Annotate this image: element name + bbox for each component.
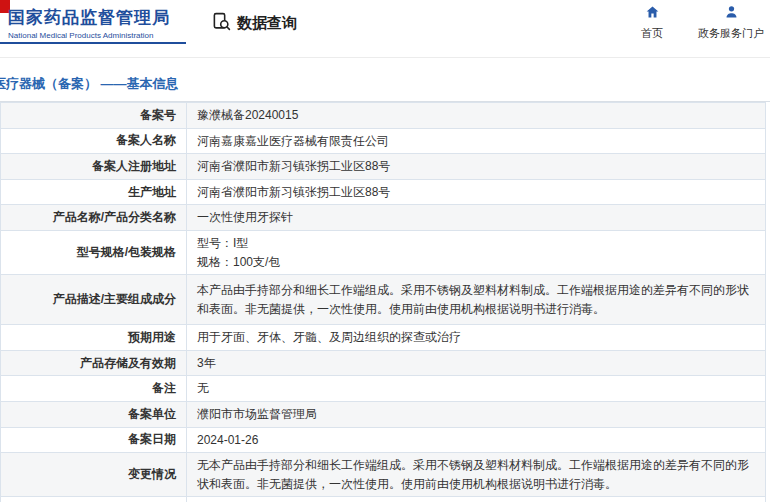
row-label: 型号规格/包装规格 xyxy=(1,230,187,274)
row-label: 产品存储及有效期 xyxy=(1,350,187,376)
table-row-filing-unit: 备案单位 濮阳市市场监督管理局 xyxy=(1,401,766,427)
row-value: 2024-01-26 xyxy=(187,427,766,453)
nav-data-query[interactable]: 数据查询 xyxy=(212,12,297,35)
table-row-intended-use: 预期用途 用于牙面、牙体、牙髓、及周边组织的探查或治疗 xyxy=(1,325,766,351)
row-label: 变更情况 xyxy=(1,453,187,497)
table-row-note: 注 详情 xyxy=(1,497,766,502)
document-search-icon xyxy=(212,12,231,35)
user-icon xyxy=(724,5,739,23)
info-table: 备案号 豫濮械备20240015 备案人名称 河南嘉康嘉业医疗器械有限责任公司 … xyxy=(0,102,766,502)
nav-portal-label: 政务服务门户 xyxy=(698,26,764,41)
row-label: 备案人注册地址 xyxy=(1,154,187,180)
row-value: 用于牙面、牙体、牙髓、及周边组织的探查或治疗 xyxy=(187,325,766,351)
row-value: 濮阳市市场监督管理局 xyxy=(187,401,766,427)
row-label: 备注 xyxy=(1,376,187,402)
row-label: 预期用途 xyxy=(1,325,187,351)
table-row-change-info: 变更情况 无本产品由手持部分和细长工作端组成。采用不锈钢及塑料材料制成。工作端根… xyxy=(1,453,766,497)
row-label: 产品描述/主要组成成分 xyxy=(1,275,187,325)
row-label: 注 xyxy=(1,497,187,502)
table-row-production-address: 生产地址 河南省濮阳市新习镇张拐工业区88号 xyxy=(1,179,766,205)
org-name-cn: 国家药品监督管理局 xyxy=(8,8,170,28)
nav-portal[interactable]: 政务服务门户 xyxy=(698,5,764,41)
page: 国家药品监督管理局 National Medical Products Admi… xyxy=(0,0,770,502)
table-row-model-spec: 型号规格/包装规格 型号：I型 规格：100支/包 xyxy=(1,230,766,274)
row-label: 备案单位 xyxy=(1,401,187,427)
row-label: 备案日期 xyxy=(1,427,187,453)
home-icon xyxy=(645,5,660,23)
row-value: 一次性使用牙探针 xyxy=(187,205,766,231)
nav-home-label: 首页 xyxy=(641,26,663,41)
row-label: 备案号 xyxy=(1,103,187,129)
table-row-remark: 备注 无 xyxy=(1,376,766,402)
row-value: 本产品由手持部分和细长工作端组成。采用不锈钢及塑料材料制成。工作端根据用途的差异… xyxy=(187,275,766,325)
header-right-nav: 首页 政务服务门户 xyxy=(632,5,764,41)
row-label: 备案人名称 xyxy=(1,128,187,154)
row-value: 河南省濮阳市新习镇张拐工业区88号 xyxy=(187,179,766,205)
nav-data-query-label: 数据查询 xyxy=(237,14,297,33)
page-title: 医疗器械（备案） ——基本信息 xyxy=(0,75,179,93)
table-row-product-description: 产品描述/主要组成成分 本产品由手持部分和细长工作端组成。采用不锈钢及塑料材料制… xyxy=(1,275,766,325)
nav-home[interactable]: 首页 xyxy=(632,5,672,41)
row-value: 河南省濮阳市新习镇张拐工业区88号 xyxy=(187,154,766,180)
table-row-record-number: 备案号 豫濮械备20240015 xyxy=(1,103,766,129)
row-value: 河南嘉康嘉业医疗器械有限责任公司 xyxy=(187,128,766,154)
table-row-filer-name: 备案人名称 河南嘉康嘉业医疗器械有限责任公司 xyxy=(1,128,766,154)
org-name-en: National Medical Products Administration xyxy=(8,30,170,41)
table-row-filing-date: 备案日期 2024-01-26 xyxy=(1,427,766,453)
site-header: 国家药品监督管理局 National Medical Products Admi… xyxy=(0,0,770,58)
logo-underline xyxy=(0,42,186,44)
row-value: 3年 xyxy=(187,350,766,376)
row-value: 无 xyxy=(187,376,766,402)
row-value: 详情 xyxy=(187,497,766,502)
row-label: 生产地址 xyxy=(1,179,187,205)
row-label: 产品名称/产品分类名称 xyxy=(1,205,187,231)
row-value: 型号：I型 规格：100支/包 xyxy=(187,230,766,274)
table-row-product-name: 产品名称/产品分类名称 一次性使用牙探针 xyxy=(1,205,766,231)
table-row-storage-validity: 产品存储及有效期 3年 xyxy=(1,350,766,376)
row-value: 无本产品由手持部分和细长工作端组成。采用不锈钢及塑料材料制成。工作端根据用途的差… xyxy=(187,453,766,497)
title-bar: 医疗器械（备案） ——基本信息 xyxy=(0,58,770,102)
logo: 国家药品监督管理局 National Medical Products Admi… xyxy=(8,8,170,41)
row-value: 豫濮械备20240015 xyxy=(187,103,766,129)
table-row-filer-address: 备案人注册地址 河南省濮阳市新习镇张拐工业区88号 xyxy=(1,154,766,180)
